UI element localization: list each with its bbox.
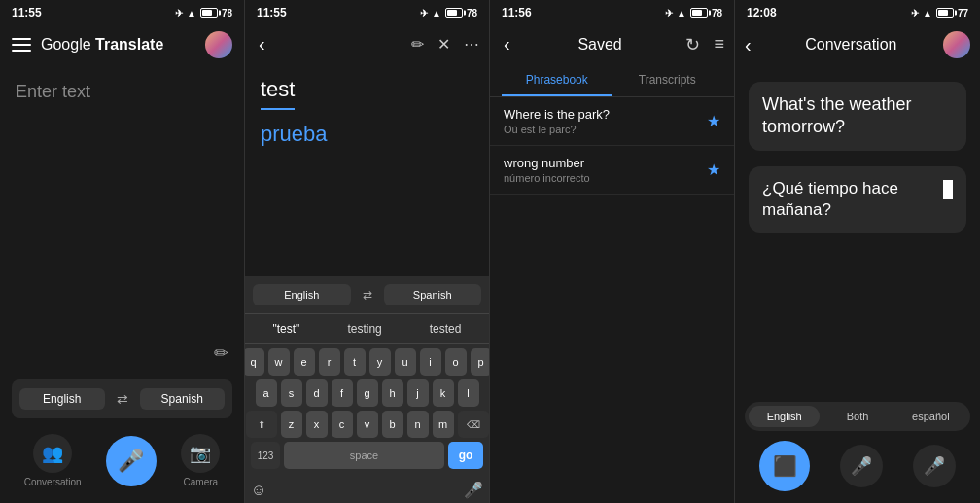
- key-a[interactable]: a: [256, 379, 277, 407]
- app-title: Google Translate: [41, 36, 195, 54]
- battery-icon-3: [690, 8, 708, 18]
- key-x[interactable]: x: [306, 411, 328, 438]
- enter-text-placeholder[interactable]: Enter text: [16, 82, 228, 342]
- lang-selector-row: English Both español: [745, 402, 970, 431]
- bubble-english: What's the weather tomorrow?: [749, 82, 966, 151]
- phrase-item-1[interactable]: Where is the park? Où est le parc? ★: [490, 97, 734, 146]
- key-j[interactable]: j: [407, 379, 429, 407]
- bottom-bar-1: English ⇄ Spanish 👥 Conversation 🎤 📷 Cam…: [0, 379, 244, 503]
- key-u[interactable]: u: [395, 348, 416, 376]
- battery-icon-2: [445, 8, 463, 18]
- key-e[interactable]: e: [294, 348, 315, 376]
- time-3: 11:56: [502, 6, 532, 19]
- translated-text: prueba: [261, 122, 473, 147]
- airplane-icon-2: ✈: [420, 8, 428, 18]
- lang-bar-keyboard: English ⇄ Spanish: [245, 276, 489, 314]
- key-n[interactable]: n: [407, 411, 429, 438]
- key-d[interactable]: d: [306, 379, 328, 407]
- lang-sel-both[interactable]: Both: [822, 406, 892, 427]
- backspace-key[interactable]: ⌫: [458, 411, 489, 438]
- screen-2: 11:55 ✈ ▲ 78 ‹ ✏ ✕ ⋯ test prueba English…: [245, 0, 490, 503]
- stop-icon: ⬛: [773, 454, 797, 478]
- kb-row-4: 123 space go: [248, 442, 486, 475]
- target-lang-1[interactable]: Spanish: [140, 388, 226, 410]
- key-s[interactable]: s: [281, 379, 302, 407]
- close-button-2[interactable]: ✕: [438, 35, 450, 54]
- mic-button-conv[interactable]: 🎤: [840, 445, 883, 487]
- star-pencil-icon[interactable]: ✏: [411, 35, 424, 54]
- menu-icon[interactable]: [12, 38, 31, 52]
- tab-phrasebook[interactable]: Phrasebook: [502, 65, 612, 96]
- back-button-2[interactable]: ‹: [255, 31, 269, 57]
- tab-transcripts[interactable]: Transcripts: [612, 65, 723, 96]
- suggestion-1[interactable]: testing: [341, 320, 387, 338]
- key-h[interactable]: h: [382, 379, 403, 407]
- text-cursor: [943, 180, 953, 199]
- camera-button[interactable]: 📷 Camera: [181, 434, 220, 487]
- source-text[interactable]: test: [261, 77, 295, 110]
- key-i[interactable]: i: [420, 348, 441, 376]
- time-1: 11:55: [12, 6, 42, 19]
- stop-button[interactable]: ⬛: [759, 441, 810, 491]
- key-k[interactable]: k: [433, 379, 454, 407]
- key-b[interactable]: b: [382, 411, 403, 438]
- num-key[interactable]: 123: [251, 442, 280, 469]
- key-p[interactable]: p: [471, 348, 491, 376]
- key-w[interactable]: w: [268, 348, 290, 376]
- mic-button-conv-2[interactable]: 🎤: [913, 445, 956, 487]
- keyboard-area: English ⇄ Spanish "test" testing tested …: [245, 276, 489, 503]
- key-l[interactable]: l: [458, 379, 479, 407]
- edit-icon[interactable]: ✏: [214, 342, 228, 364]
- key-r[interactable]: r: [319, 348, 340, 376]
- conv-actions: ⬛ 🎤 🎤: [745, 441, 970, 491]
- lang-sel-english[interactable]: English: [749, 406, 820, 427]
- status-icons-2: ✈ ▲ 78: [420, 8, 477, 18]
- phrase-item-2[interactable]: wrong number número incorrecto ★: [490, 146, 734, 195]
- key-v[interactable]: v: [357, 411, 378, 438]
- status-bar-1: 11:55 ✈ ▲ 78: [0, 0, 244, 23]
- battery-text-3: 78: [712, 8, 722, 18]
- source-lang-1[interactable]: English: [19, 388, 105, 410]
- key-q[interactable]: q: [245, 348, 264, 376]
- key-f[interactable]: f: [332, 379, 353, 407]
- wifi-icon-3: ▲: [677, 8, 686, 18]
- key-m[interactable]: m: [433, 411, 454, 438]
- header-2: ‹ ✏ ✕ ⋯: [245, 23, 489, 65]
- key-o[interactable]: o: [445, 348, 467, 376]
- suggestion-2[interactable]: tested: [424, 320, 468, 338]
- back-button-4[interactable]: ‹: [745, 34, 752, 56]
- app-header-1: Google Translate: [0, 23, 244, 66]
- header-4: ‹ Conversation: [735, 23, 980, 66]
- more-options-2[interactable]: ⋯: [464, 35, 479, 54]
- avatar[interactable]: [205, 31, 232, 58]
- star-icon-1[interactable]: ★: [707, 112, 720, 130]
- camera-icon: 📷: [181, 434, 220, 473]
- suggestion-0[interactable]: "test": [267, 320, 306, 338]
- key-c[interactable]: c: [332, 411, 353, 438]
- key-t[interactable]: t: [344, 348, 366, 376]
- emoji-icon[interactable]: ☺: [251, 482, 266, 499]
- mic-button-large[interactable]: 🎤: [106, 436, 157, 486]
- menu-icon-3[interactable]: ≡: [714, 34, 724, 55]
- conversation-button[interactable]: 👥 Conversation: [24, 434, 82, 487]
- key-z[interactable]: z: [281, 411, 302, 438]
- space-key[interactable]: space: [284, 442, 444, 469]
- input-area[interactable]: Enter text ✏: [0, 66, 244, 379]
- phrase-sub-2: número incorrecto: [504, 172, 707, 184]
- camera-label: Camera: [184, 477, 219, 487]
- key-g[interactable]: g: [357, 379, 378, 407]
- key-y[interactable]: y: [369, 348, 391, 376]
- mic-icon-keyboard[interactable]: 🎤: [464, 481, 483, 499]
- refresh-icon[interactable]: ↻: [685, 34, 700, 55]
- shift-key[interactable]: ⬆: [246, 411, 277, 438]
- kb-source-lang[interactable]: English: [253, 284, 351, 305]
- go-key[interactable]: go: [448, 442, 483, 469]
- kb-target-lang[interactable]: Spanish: [384, 284, 482, 305]
- swap-lang-1[interactable]: ⇄: [109, 385, 136, 413]
- phrase-sub-1: Où est le parc?: [504, 124, 707, 135]
- header-actions-2: ✏ ✕ ⋯: [411, 35, 479, 54]
- star-icon-2[interactable]: ★: [707, 161, 720, 179]
- kb-swap-icon[interactable]: ⇄: [355, 282, 380, 307]
- lang-sel-espanol[interactable]: español: [895, 406, 966, 427]
- back-button-3[interactable]: ‹: [500, 31, 514, 57]
